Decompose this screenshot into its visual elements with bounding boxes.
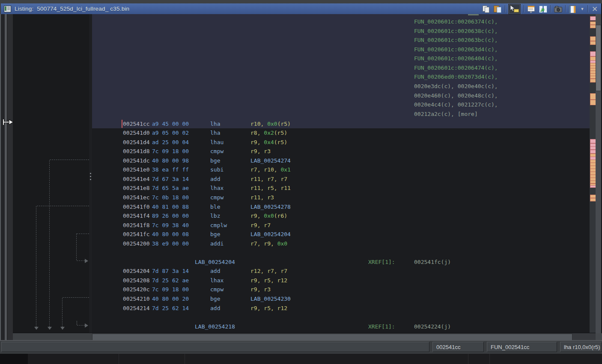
listing-row[interactable]: 0025421040 80 00 20bgeLAB_00254230 (92, 294, 590, 304)
analysis-mark (590, 181, 596, 183)
analysis-mark (590, 25, 596, 28)
paste-icon[interactable] (493, 5, 502, 13)
bytes-field: 38 e9 00 00 (152, 239, 189, 249)
xref-entry[interactable]: FUN_0020601c:00206474(c), (414, 63, 498, 73)
listing-row[interactable]: 002542147d 25 62 14addr9, r5, r12 (92, 304, 590, 313)
status-instruction-cell: lha r10,0x0(r5) (560, 342, 602, 352)
bytes-field: 7c 0b 18 00 (152, 193, 189, 202)
listing-row[interactable]: 0025420038 e9 00 00addir7, r9, 0x0 (92, 239, 590, 249)
label-token: LAB_00254278 (250, 204, 291, 210)
xref-header: XREF[1]: (368, 322, 395, 331)
close-icon[interactable]: ✕ (591, 5, 599, 13)
dropdown-arrow-icon[interactable]: ▼ (580, 5, 584, 13)
diff-view-icon[interactable]: ➔ (539, 5, 547, 13)
xref-entry[interactable]: 0020e4c4(c), 0021227c(c), (414, 100, 498, 109)
address-field: 002541d8 (123, 147, 150, 156)
horizontal-scrollbar-thumb[interactable] (92, 334, 572, 340)
bytes-field: 7c 09 18 00 (152, 285, 189, 294)
analysis-mark (590, 139, 596, 143)
listing-row[interactable]: 002541d0a9 05 00 02lhar8, 0x2(r5) (92, 128, 590, 138)
analysis-mark (590, 100, 596, 105)
status-function-cell: FUN_002541cc (487, 342, 557, 352)
bytes-field: 40 80 00 08 (152, 230, 189, 239)
listing-row[interactable]: 002541d87c 09 18 00cmpwr9, r3 (92, 147, 590, 156)
address-field: 002541e4 (123, 175, 150, 184)
address-field: 002541f4 (123, 211, 150, 221)
toolbar-separator (587, 5, 588, 12)
operands-field: LAB_00254230 (250, 294, 291, 304)
copy-icon[interactable] (482, 5, 490, 13)
register-token: r9, (250, 213, 264, 219)
immediate-token: 0x0 (277, 240, 287, 247)
analysis-marker-margin[interactable] (590, 14, 596, 333)
register-token: (r6) (274, 213, 287, 219)
vertical-scrollbar[interactable] (596, 14, 601, 333)
listing-row[interactable]: 002541fc40 80 00 08bgeLAB_00254204 (92, 230, 590, 239)
xref-entry[interactable]: FUN_0020601c:00206404(c), (414, 54, 498, 63)
xref-address: 002541fc(j) (414, 257, 451, 267)
mnemonic-field: cmpw (210, 193, 224, 202)
analysis-mark (590, 93, 596, 100)
register-token: r7, r9, (250, 240, 277, 247)
xref-entry[interactable]: FUN_00206ed0:002073d4(c), (414, 72, 498, 82)
listing-row[interactable]: 002541ec7c 0b 18 00cmpwr11, r3 (92, 193, 590, 202)
address-field: 002541d4 (123, 138, 150, 147)
status-address-cell: 002541cc (432, 342, 484, 352)
xref-entry[interactable]: 0020e3dc(c), 0020e40c(c), (414, 82, 498, 91)
register-token: r9, r5, r12 (250, 305, 287, 311)
listing-row[interactable]: 002541f489 26 00 00lbzr9, 0x0(r6) (92, 211, 590, 221)
cursor-location-button[interactable] (508, 4, 521, 14)
operands-field: r9, 0x0(r6) (250, 211, 287, 221)
horizontal-scrollbar[interactable] (92, 333, 596, 340)
xref-entry[interactable]: 00212a2c(c), [more] (414, 109, 498, 119)
analysis-mark (590, 146, 596, 150)
register-token: r8, (250, 130, 264, 136)
operands-field: r9, r7 (250, 221, 271, 230)
address-field: 002541ec (123, 193, 150, 202)
analysis-mark (590, 51, 596, 56)
listing-row[interactable]: 002541cca9 45 00 00lhar10, 0x0(r5) (92, 119, 590, 129)
status-message-cell (1, 342, 429, 352)
xref-entry[interactable]: FUN_0020601c:0020638c(c), (414, 27, 498, 36)
edit-fields-icon[interactable] (527, 5, 536, 13)
listing-row[interactable]: 002541d4ad 25 00 04lhaur9, 0x4(r5) (92, 138, 590, 147)
bytes-field: 7c 09 38 40 (152, 221, 189, 230)
listing-row[interactable]: 002541dc40 80 00 98bgeLAB_00254274 (92, 156, 590, 166)
listing-row[interactable]: 002541e87d 65 5a aelhaxr11, r5, r11 (92, 183, 590, 193)
listing-row[interactable]: 002541f040 81 00 88bleLAB_00254278 (92, 202, 590, 212)
label-row[interactable]: LAB_00254204XREF[1]:002541fc(j) (92, 257, 590, 267)
mnemonic-field: bge (210, 294, 220, 304)
title-bar[interactable]: Listing: 500774_525d_lci_fullread_ c35.b… (1, 3, 601, 15)
bytes-field: 38 ea ff ff (152, 165, 189, 175)
xref-entry[interactable]: 0020e460(c), 0020e48c(c), (414, 91, 498, 101)
listing-row[interactable]: 002541f87c 09 38 40cmplwr9, r7 (92, 221, 590, 230)
immediate-token: 0x4 (264, 139, 274, 145)
operands-field: r11, r3 (250, 193, 274, 202)
vertical-scrollbar-thumb[interactable] (596, 25, 601, 91)
bytes-field: 7d 25 62 14 (152, 304, 189, 313)
bottom-divider (468, 354, 468, 364)
xref-entry[interactable]: FUN_0020601c:002063d4(c), (414, 45, 498, 54)
listing-row[interactable]: 002541e038 ea ff ffsubir7, r10, 0x1 (92, 165, 590, 175)
listing-row[interactable]: 002541e47d 67 3a 14addr11, r7, r7 (92, 175, 590, 184)
listing-row[interactable]: 002542087d 25 62 aelhaxr9, r5, r12 (92, 276, 590, 285)
listing-splitter[interactable] (89, 14, 92, 333)
listing-row[interactable]: 002542047d 87 3a 14addr12, r7, r7 (92, 266, 590, 276)
operands-field: r8, 0x2(r5) (250, 128, 287, 138)
bottom-divider (489, 354, 490, 364)
window-title: Listing: 500774_525d_lci_fullread_ c35.b… (15, 6, 129, 12)
xref-entry[interactable]: FUN_0020601c:002063bc(c), (414, 36, 498, 45)
toolbar-separator (505, 5, 505, 12)
address-field: 0025420c (123, 285, 150, 294)
splitter-dot (90, 173, 91, 174)
disassembly-listing[interactable]: FUN_0020601c:00206374(c),FUN_0020601c:00… (92, 14, 590, 333)
listing-options-icon[interactable] (569, 5, 577, 13)
bottom-divider (185, 354, 185, 364)
xref-entry[interactable]: FUN_0020601c:00206374(c), (414, 17, 498, 27)
listing-row[interactable]: 0025420c7c 09 18 00cmpwr9, r3 (92, 285, 590, 294)
analysis-mark (590, 21, 596, 25)
snapshot-icon[interactable] (554, 5, 562, 13)
bytes-field: 7d 67 3a 14 (152, 175, 189, 184)
field-highlight-swatch (514, 9, 519, 12)
label-row[interactable]: LAB_00254218XREF[1]:00254224(j) (92, 322, 590, 331)
